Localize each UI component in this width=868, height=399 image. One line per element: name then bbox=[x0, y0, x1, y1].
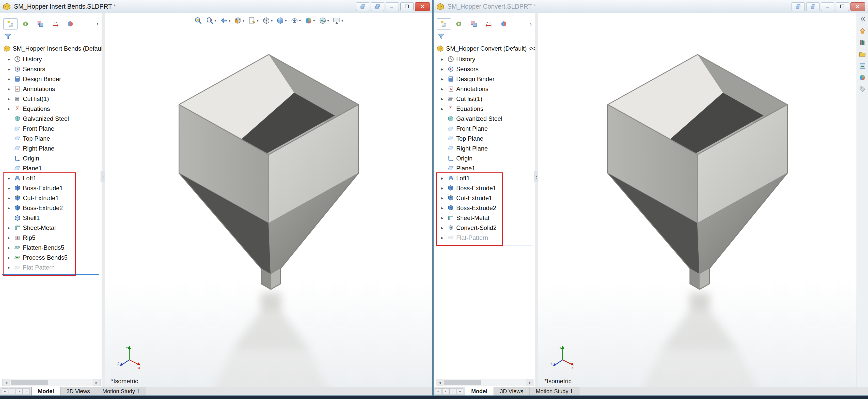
tree-root-item[interactable]: SM_Hopper Convert (Default) <<Default bbox=[436, 43, 535, 54]
previous-view-button[interactable]: ▾ bbox=[219, 16, 231, 25]
dropdown-caret-icon[interactable]: ▾ bbox=[285, 18, 287, 23]
tree-item[interactable]: ▸ Sensors bbox=[436, 64, 535, 74]
tree-item[interactable]: ▸ Plane1 bbox=[436, 163, 535, 173]
zoom-to-area-button[interactable]: ▾ bbox=[205, 16, 217, 25]
tree-item[interactable]: ▸ Flatten-Bends5 bbox=[2, 243, 102, 253]
appearances-scenes-tab[interactable] bbox=[858, 74, 867, 82]
expand-arrow-icon[interactable]: ▸ bbox=[6, 225, 12, 231]
expand-arrow-icon[interactable]: ▸ bbox=[439, 56, 445, 62]
tab-scroll-next-button[interactable]: › bbox=[450, 388, 456, 394]
maximize-button[interactable] bbox=[400, 2, 413, 11]
expand-arrow-icon[interactable]: ▸ bbox=[6, 186, 12, 191]
rollback-bar[interactable] bbox=[2, 275, 99, 275]
expand-arrow-icon[interactable]: ▸ bbox=[439, 106, 445, 112]
scroll-right-button[interactable]: ▸ bbox=[93, 379, 100, 386]
doc-window-button-2[interactable] bbox=[371, 2, 384, 11]
configurationmanager-tab[interactable] bbox=[467, 18, 481, 29]
dropdown-caret-icon[interactable]: ▾ bbox=[313, 18, 315, 23]
tree-item[interactable]: ▸ Right Plane bbox=[436, 143, 535, 153]
expand-arrow-icon[interactable]: ▸ bbox=[439, 66, 445, 72]
displaymanager-tab[interactable] bbox=[497, 18, 511, 29]
expand-arrow-icon[interactable]: ▸ bbox=[6, 66, 12, 72]
tree-item[interactable]: ▸ Cut list(1) bbox=[2, 94, 102, 104]
expand-panel-chevron-icon[interactable]: › bbox=[94, 20, 101, 28]
propertymanager-tab[interactable] bbox=[18, 18, 32, 29]
custom-properties-tab[interactable] bbox=[858, 85, 867, 94]
expand-arrow-icon[interactable]: ▸ bbox=[439, 235, 445, 240]
tree-item[interactable]: ▸ Origin bbox=[2, 153, 102, 163]
tree-item[interactable]: ▸ Annotations bbox=[2, 84, 102, 94]
tree-item[interactable]: ▸ Flat-Pattern bbox=[2, 262, 102, 273]
featuremanager-tab[interactable] bbox=[3, 18, 18, 29]
tab-scroll-first-button[interactable]: « bbox=[2, 388, 8, 394]
tree-item[interactable]: ▸ Cut list(1) bbox=[436, 94, 535, 104]
expand-task-pane-tab[interactable] bbox=[858, 15, 867, 24]
doc-tab-motion-study-1[interactable]: Motion Study 1 bbox=[530, 387, 580, 395]
tab-scroll-next-button[interactable]: › bbox=[16, 388, 23, 394]
expand-arrow-icon[interactable]: ▸ bbox=[439, 76, 445, 82]
tab-scroll-prev-button[interactable]: ‹ bbox=[9, 388, 16, 394]
tree-item[interactable]: ▸ Boss-Extrude2 bbox=[2, 203, 102, 213]
scrollbar-thumb[interactable] bbox=[11, 380, 48, 385]
tree-item[interactable]: ▸ Annotations bbox=[436, 84, 535, 94]
expand-panel-chevron-icon[interactable]: › bbox=[528, 20, 534, 28]
dropdown-caret-icon[interactable]: ▾ bbox=[243, 18, 245, 23]
panel-grip[interactable]: ···· bbox=[436, 13, 535, 18]
tree-item[interactable]: ▸ Sensors bbox=[2, 64, 102, 74]
close-button[interactable] bbox=[850, 2, 865, 11]
expand-arrow-icon[interactable]: ▸ bbox=[6, 265, 12, 270]
view-settings-button[interactable]: ▾ bbox=[332, 16, 344, 25]
doc-window-button[interactable] bbox=[356, 2, 369, 11]
tree-item[interactable]: ▸ Shell1 bbox=[2, 213, 102, 223]
dimxpertmanager-tab[interactable] bbox=[48, 18, 62, 29]
window-titlebar[interactable]: SM_Hopper Convert.SLDPRT * bbox=[434, 0, 868, 13]
dropdown-caret-icon[interactable]: ▾ bbox=[299, 18, 301, 23]
maximize-button[interactable] bbox=[836, 2, 849, 11]
tree-item[interactable]: ▸ Boss-Extrude2 bbox=[436, 203, 535, 213]
expand-arrow-icon[interactable]: ▸ bbox=[439, 195, 445, 201]
expand-arrow-icon[interactable]: ▸ bbox=[439, 175, 445, 181]
minimize-button[interactable] bbox=[821, 2, 834, 11]
scrollbar-thumb[interactable] bbox=[444, 380, 481, 385]
panel-grip[interactable]: ···· bbox=[2, 13, 102, 18]
doc-window-button-2[interactable] bbox=[806, 2, 819, 11]
expand-arrow-icon[interactable]: ▸ bbox=[6, 96, 12, 102]
tree-item[interactable]: ▸ Process-Bends5 bbox=[2, 253, 102, 262]
expand-arrow-icon[interactable]: ▸ bbox=[6, 195, 12, 201]
expand-arrow-icon[interactable]: ▸ bbox=[6, 175, 12, 181]
tree-item[interactable]: ▸ History bbox=[2, 54, 102, 64]
tree-item[interactable]: ▸ Right Plane bbox=[2, 143, 102, 153]
close-button[interactable] bbox=[415, 2, 430, 11]
tree-root-item[interactable]: SM_Hopper Insert Bends (Default) <<D bbox=[2, 43, 102, 54]
rollback-bar[interactable] bbox=[436, 245, 533, 246]
expand-arrow-icon[interactable]: ▸ bbox=[6, 205, 12, 211]
hide-show-items-button[interactable]: ▾ bbox=[290, 16, 302, 25]
tab-scroll-first-button[interactable]: « bbox=[435, 388, 442, 394]
zoom-to-fit-button[interactable] bbox=[193, 16, 203, 25]
tree-item[interactable]: ▸ Front Plane bbox=[2, 123, 102, 134]
minimize-button[interactable] bbox=[385, 2, 399, 11]
tree-item[interactable]: ▸ Origin bbox=[436, 153, 535, 163]
scrollbar-track[interactable] bbox=[10, 379, 93, 386]
file-explorer-tab[interactable] bbox=[858, 50, 867, 59]
expand-arrow-icon[interactable]: ▸ bbox=[439, 215, 445, 221]
tree-item[interactable]: ▸ Plane1 bbox=[2, 163, 102, 173]
displaymanager-tab[interactable] bbox=[63, 18, 78, 29]
panel-splitter[interactable]: ⋮ bbox=[535, 13, 538, 387]
tab-scroll-last-button[interactable]: » bbox=[457, 388, 463, 394]
doc-tab-3d-views[interactable]: 3D Views bbox=[494, 387, 530, 395]
solidworks-resources-tab[interactable] bbox=[858, 27, 867, 35]
tree-item[interactable]: ▸ Design Binder bbox=[436, 74, 535, 84]
graphics-area[interactable]: Y X Z *Isometric bbox=[538, 13, 857, 387]
tree-item[interactable]: ▸ Rip5 bbox=[2, 233, 102, 243]
configurationmanager-tab[interactable] bbox=[33, 18, 48, 29]
tree-item[interactable]: ▸ Top Plane bbox=[436, 134, 535, 143]
tree-item[interactable]: ▸ Loft1 bbox=[2, 173, 102, 183]
doc-tab-3d-views[interactable]: 3D Views bbox=[60, 387, 96, 395]
tree-scrollbar[interactable]: ◂ ▸ bbox=[2, 379, 101, 386]
expand-arrow-icon[interactable]: ▸ bbox=[6, 106, 12, 112]
dropdown-caret-icon[interactable]: ▾ bbox=[341, 18, 343, 23]
view-palette-tab[interactable] bbox=[858, 62, 867, 70]
view-orientation-button[interactable]: ▾ bbox=[261, 16, 273, 25]
expand-arrow-icon[interactable]: ▸ bbox=[6, 56, 12, 62]
